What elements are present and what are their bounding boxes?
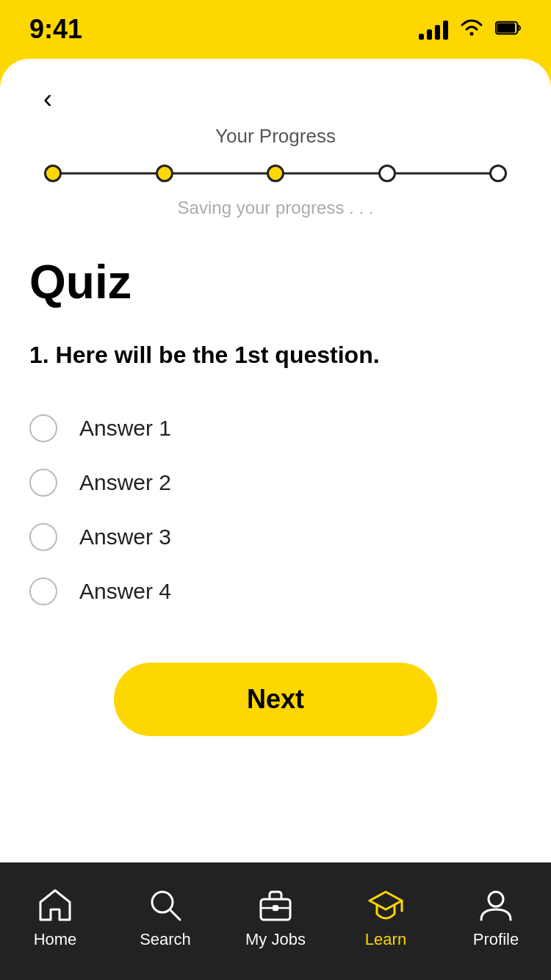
- back-chevron-icon: ‹: [43, 86, 52, 112]
- progress-track: [44, 162, 507, 184]
- radio-1[interactable]: [29, 414, 57, 442]
- answer-item-1[interactable]: Answer 1: [29, 401, 522, 455]
- answer-text-1: Answer 1: [79, 416, 171, 441]
- status-icons: [419, 18, 522, 41]
- progress-dot-4: [378, 165, 396, 182]
- nav-item-learn[interactable]: Learn: [331, 886, 441, 949]
- answer-item-2[interactable]: Answer 2: [29, 455, 522, 510]
- progress-dot-5: [489, 165, 507, 182]
- answers-list: Answer 1 Answer 2 Answer 3 Answer 4: [29, 401, 522, 619]
- learn-icon: [367, 886, 405, 924]
- next-button[interactable]: Next: [114, 663, 437, 736]
- nav-item-myjobs[interactable]: My Jobs: [220, 886, 331, 949]
- main-card: ‹ Your Progress Saving your progress . .…: [0, 59, 551, 921]
- answer-item-3[interactable]: Answer 3: [29, 510, 522, 564]
- progress-dot-1: [44, 165, 62, 182]
- nav-item-search[interactable]: Search: [110, 886, 220, 949]
- nav-label-search: Search: [140, 930, 191, 949]
- nav-label-learn: Learn: [365, 930, 406, 949]
- search-icon: [146, 886, 184, 924]
- nav-label-myjobs: My Jobs: [245, 930, 306, 949]
- radio-3[interactable]: [29, 523, 57, 551]
- nav-item-home[interactable]: Home: [0, 886, 110, 949]
- progress-dot-3: [267, 165, 284, 182]
- svg-marker-8: [370, 892, 402, 909]
- progress-dot-2: [156, 165, 173, 182]
- nav-label-home: Home: [34, 930, 77, 949]
- progress-dots: [44, 165, 507, 182]
- progress-section: Your Progress Saving your progress . . .: [29, 125, 522, 218]
- progress-label: Your Progress: [29, 125, 522, 148]
- answer-item-4[interactable]: Answer 4: [29, 564, 522, 619]
- nav-item-profile[interactable]: Profile: [441, 886, 551, 949]
- back-button[interactable]: ‹: [29, 81, 66, 118]
- answer-text-4: Answer 4: [79, 579, 171, 604]
- answer-text-3: Answer 3: [79, 525, 171, 550]
- svg-rect-2: [497, 23, 515, 32]
- radio-4[interactable]: [29, 577, 57, 605]
- svg-point-10: [489, 892, 503, 907]
- status-bar: 9:41: [0, 0, 551, 59]
- radio-2[interactable]: [29, 469, 57, 497]
- nav-label-profile: Profile: [473, 930, 519, 949]
- bottom-nav: Home Search My Jobs: [0, 862, 551, 980]
- home-icon: [36, 886, 74, 924]
- profile-icon: [477, 886, 515, 924]
- signal-icon: [419, 19, 448, 40]
- next-button-wrapper: Next: [29, 663, 522, 736]
- svg-line-4: [170, 909, 180, 920]
- svg-point-0: [470, 32, 474, 36]
- question-text: 1. Here will be the 1st question.: [29, 339, 522, 372]
- answer-text-2: Answer 2: [79, 470, 171, 495]
- briefcase-icon: [256, 886, 295, 924]
- svg-rect-7: [273, 905, 278, 911]
- status-time: 9:41: [29, 14, 82, 45]
- wifi-icon: [458, 18, 485, 41]
- quiz-title: Quiz: [29, 255, 522, 309]
- battery-icon: [495, 18, 522, 41]
- saving-text: Saving your progress . . .: [29, 198, 522, 218]
